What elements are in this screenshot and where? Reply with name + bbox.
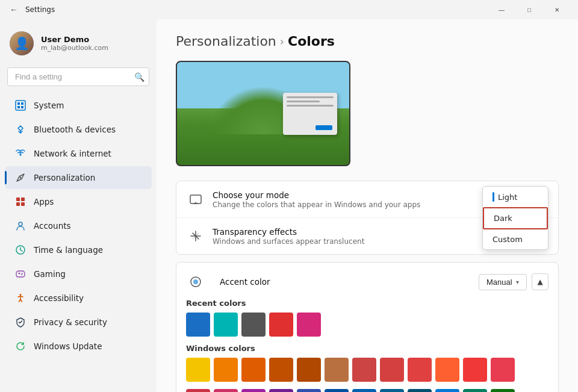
- accent-color-label: Accent color: [220, 277, 270, 287]
- nav-item-update[interactable]: Windows Update: [5, 335, 152, 358]
- swatch-recent-4[interactable]: [297, 313, 321, 337]
- dropdown-label-custom: Custom: [493, 235, 523, 244]
- time-icon: [14, 244, 26, 256]
- swatch-win-0[interactable]: [186, 358, 210, 382]
- recent-colors-label: Recent colors: [186, 299, 548, 308]
- swatch-win-r2-0[interactable]: [186, 389, 210, 392]
- transparency-icon: [186, 226, 205, 246]
- swatch-win-4[interactable]: [297, 358, 321, 382]
- swatch-win-r2-9[interactable]: [435, 389, 459, 392]
- breadcrumb: Personalization › Colors: [176, 34, 559, 49]
- swatch-win-10[interactable]: [463, 358, 487, 382]
- accent-dropdown-label: Manual: [486, 278, 512, 287]
- nav-item-accessibility[interactable]: Accessibility: [5, 287, 152, 310]
- back-button[interactable]: ←: [7, 4, 20, 16]
- nav-label-gaming: Gaming: [34, 269, 66, 279]
- swatch-win-7[interactable]: [380, 358, 404, 382]
- svg-rect-2: [21, 102, 23, 105]
- maximize-button[interactable]: □: [515, 0, 543, 19]
- swatch-win-6[interactable]: [352, 358, 376, 382]
- dropdown-item-dark[interactable]: Dark: [483, 207, 548, 229]
- app-body: 👤 User Demo m_lab@outlook.com 🔍: [0, 19, 578, 392]
- swatch-recent-1[interactable]: [214, 313, 238, 337]
- nav-item-bluetooth[interactable]: Bluetooth & devices: [5, 118, 152, 141]
- preview-dialog-line1: [287, 96, 334, 98]
- user-profile[interactable]: 👤 User Demo m_lab@outlook.com: [0, 24, 157, 65]
- avatar-image: 👤: [10, 31, 34, 55]
- svg-point-6: [20, 177, 22, 179]
- search-input[interactable]: [7, 67, 149, 86]
- nav-item-accounts[interactable]: Accounts: [5, 214, 152, 237]
- settings-row-mode: Choose your mode Change the colors that …: [176, 181, 558, 218]
- swatch-recent-2[interactable]: [241, 313, 266, 337]
- user-info: User Demo m_lab@outlook.com: [41, 35, 108, 52]
- transparency-subtitle: Windows and surfaces appear translucent: [213, 237, 522, 246]
- dropdown-item-light[interactable]: Light: [483, 187, 548, 207]
- swatch-win-3[interactable]: [269, 358, 293, 382]
- nav-label-time: Time & language: [34, 245, 103, 255]
- preview-dialog: [283, 93, 337, 135]
- accessibility-icon: [14, 292, 26, 304]
- windows-color-swatches-row2: [186, 389, 548, 392]
- swatch-recent-0[interactable]: [186, 313, 210, 337]
- swatch-win-9[interactable]: [435, 358, 459, 382]
- swatch-win-r2-5[interactable]: [325, 389, 349, 392]
- swatch-win-1[interactable]: [214, 358, 238, 382]
- svg-rect-0: [16, 101, 25, 110]
- swatch-win-11[interactable]: [491, 358, 515, 382]
- svg-rect-3: [17, 106, 20, 108]
- dropdown-item-custom[interactable]: Custom: [483, 229, 548, 249]
- accent-dropdown-button[interactable]: Manual ▾: [479, 274, 527, 290]
- svg-rect-8: [21, 198, 25, 201]
- bluetooth-icon: [14, 123, 26, 135]
- apps-icon: [14, 196, 26, 208]
- nav-item-network[interactable]: Network & internet: [5, 142, 152, 165]
- swatch-recent-3[interactable]: [269, 313, 293, 337]
- dropdown-label-dark: Dark: [494, 214, 512, 223]
- main-content: Personalization › Colors: [157, 19, 578, 392]
- svg-point-15: [20, 294, 22, 296]
- user-email: m_lab@outlook.com: [41, 44, 108, 52]
- swatch-win-r2-7[interactable]: [380, 389, 404, 392]
- swatch-win-5[interactable]: [325, 358, 349, 382]
- swatch-win-r2-4[interactable]: [297, 389, 321, 392]
- swatch-win-r2-3[interactable]: [269, 389, 293, 392]
- nav-label-apps: Apps: [34, 197, 54, 207]
- swatch-win-2[interactable]: [241, 358, 266, 382]
- svg-point-11: [19, 222, 22, 226]
- swatch-win-8[interactable]: [408, 358, 432, 382]
- nav-item-personalization[interactable]: Personalization: [5, 166, 152, 189]
- swatch-win-r2-8[interactable]: [408, 389, 432, 392]
- sidebar: 👤 User Demo m_lab@outlook.com 🔍: [0, 19, 157, 392]
- preview-dialog-button: [315, 125, 332, 130]
- swatch-win-r2-11[interactable]: [491, 389, 515, 392]
- user-name: User Demo: [41, 35, 108, 44]
- svg-rect-9: [16, 202, 20, 206]
- minimize-button[interactable]: —: [488, 0, 515, 19]
- accent-icon: [186, 272, 205, 291]
- nav-label-bluetooth: Bluetooth & devices: [34, 125, 116, 134]
- nav-item-system[interactable]: System: [5, 94, 152, 117]
- swatch-win-r2-1[interactable]: [214, 389, 238, 392]
- nav-label-accessibility: Accessibility: [34, 293, 84, 303]
- swatch-win-r2-10[interactable]: [463, 389, 487, 392]
- titlebar: ← Settings — □ ✕: [0, 0, 578, 19]
- nav-label-system: System: [34, 101, 64, 110]
- nav-item-privacy[interactable]: Privacy & security: [5, 311, 152, 334]
- mode-dropdown-popup: Light Dark Custom: [482, 186, 548, 250]
- nav-item-gaming[interactable]: Gaming: [5, 263, 152, 285]
- nav-item-time[interactable]: Time & language: [5, 238, 152, 261]
- close-button[interactable]: ✕: [543, 0, 571, 19]
- system-icon: [14, 99, 26, 111]
- swatch-win-r2-6[interactable]: [352, 389, 376, 392]
- accent-collapse-button[interactable]: ▲: [532, 273, 548, 290]
- titlebar-left: ← Settings: [7, 4, 55, 16]
- breadcrumb-current: Colors: [288, 34, 335, 49]
- breadcrumb-parent[interactable]: Personalization: [176, 34, 276, 49]
- svg-rect-1: [17, 102, 20, 105]
- nav-item-apps[interactable]: Apps: [5, 190, 152, 213]
- titlebar-title: Settings: [25, 5, 55, 14]
- network-icon: [14, 148, 26, 160]
- swatch-win-r2-2[interactable]: [241, 389, 266, 392]
- nav-label-personalization: Personalization: [34, 173, 95, 182]
